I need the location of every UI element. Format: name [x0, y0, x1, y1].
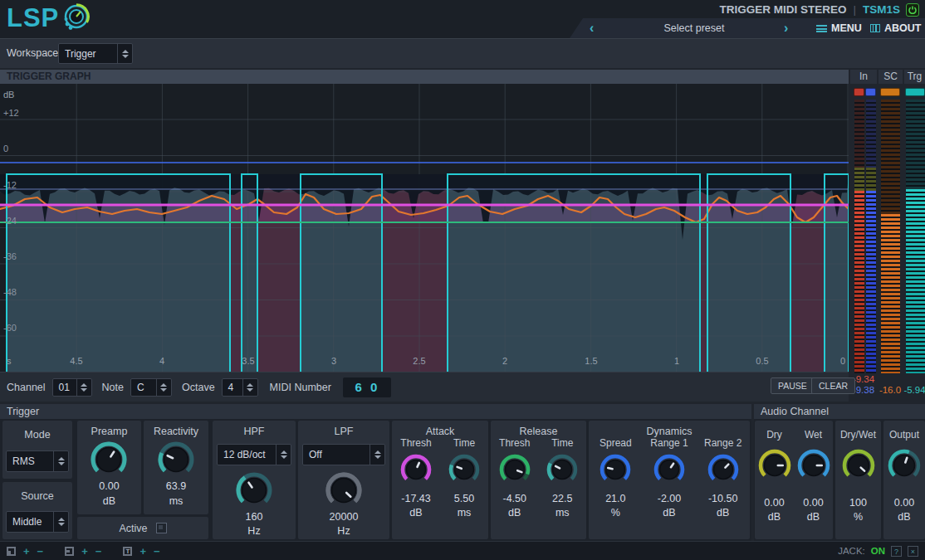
preset-prev-button[interactable]: ‹ — [590, 18, 594, 38]
menu-button[interactable]: MENU — [816, 18, 862, 38]
midi-row: Channel 01 Note C Octave 4 MIDI Number 6… — [0, 372, 849, 402]
svg-text:+12: +12 — [3, 108, 19, 118]
reactivity-label: Reactivity — [144, 426, 208, 437]
release-time-unit: ms — [539, 506, 587, 520]
channel-value: 01 — [53, 382, 76, 393]
note-select[interactable]: C — [130, 378, 172, 397]
preamp-cell: Preamp 0.00 dB — [77, 421, 141, 514]
drywet-cell: Dry/Wet 100 % — [835, 421, 881, 539]
panel-zoom-out-button[interactable]: − — [95, 545, 102, 558]
note-value: C — [131, 382, 156, 393]
power-button[interactable] — [906, 3, 919, 17]
octave-select[interactable]: 4 — [222, 378, 258, 397]
spinner-icon[interactable] — [117, 44, 132, 63]
release-cell: Release Thresh -4.50 dB Time 22.5 ms — [491, 421, 586, 539]
panel-zoom-in-button[interactable]: + — [81, 545, 88, 558]
svg-text:1.5: 1.5 — [585, 356, 597, 366]
workspace-row: Workspace Trigger — [0, 38, 925, 68]
note-label: Note — [102, 382, 124, 393]
plugin-id: TSM1S — [863, 3, 900, 16]
workspace-select[interactable]: Trigger — [58, 43, 133, 64]
lpf-freq-value: 20000 — [298, 510, 389, 524]
active-checkbox[interactable] — [156, 523, 167, 533]
drywet-knob[interactable] — [835, 449, 881, 485]
mode-label: Mode — [2, 429, 72, 441]
help-button[interactable]: ? — [891, 546, 902, 557]
dry-label: Dry — [755, 429, 794, 441]
power-icon — [908, 6, 917, 14]
preset-bar: ‹ Select preset › MENU ABOUT — [570, 18, 925, 38]
lpf-cell: LPF Off 20000 Hz — [298, 421, 389, 539]
menu-label: MENU — [831, 22, 862, 34]
svg-text:4.5: 4.5 — [70, 356, 82, 366]
output-unit: dB — [883, 510, 925, 524]
channel-select[interactable]: 01 — [52, 378, 92, 397]
mode-select[interactable]: RMS — [6, 450, 69, 472]
reactivity-cell: Reactivity 63.9 ms — [144, 421, 208, 514]
resize-button[interactable]: × — [908, 546, 918, 557]
dry-wet-cell: Dry 0.00 dB Wet 0.00 dB — [755, 421, 833, 539]
top-bar: LSP TRIGGER MIDI STEREO | TSM1S — [0, 0, 925, 38]
meter-in-left-button[interactable] — [854, 88, 864, 96]
lpf-label: LPF — [298, 426, 389, 437]
hpf-mode-select[interactable]: 12 dB/oct — [217, 444, 291, 465]
hpf-freq-unit: Hz — [213, 524, 296, 538]
font-smaller-button[interactable]: − — [154, 545, 160, 558]
clear-button[interactable]: CLEAR — [811, 377, 855, 394]
mode-value: RMS — [7, 455, 53, 467]
spinner-icon[interactable] — [53, 451, 68, 471]
zoom-in-button[interactable]: + — [23, 545, 30, 558]
spinner-icon[interactable] — [53, 512, 68, 532]
spinner-icon[interactable] — [370, 445, 384, 465]
brand-text: LSP — [7, 2, 59, 35]
output-knob[interactable] — [883, 449, 925, 485]
font-larger-button[interactable]: + — [139, 545, 146, 558]
range2-knob[interactable] — [696, 454, 750, 488]
preamp-knob[interactable] — [91, 441, 127, 480]
spinner-icon[interactable] — [156, 379, 171, 396]
output-cell: Output 0.00 dB — [883, 421, 925, 539]
source-select[interactable]: Middle — [6, 511, 69, 533]
attack-thresh-knob[interactable] — [392, 454, 440, 488]
release-thresh-value: -4.50 — [491, 492, 539, 506]
preset-selector[interactable]: Select preset — [619, 18, 769, 38]
meter-sc-button[interactable] — [880, 88, 900, 96]
reactivity-knob[interactable] — [158, 441, 194, 480]
spread-knob[interactable] — [589, 454, 643, 488]
lpf-freq-knob[interactable] — [325, 472, 362, 511]
reactivity-value: 63.9 — [144, 480, 208, 494]
release-time-knob[interactable] — [539, 454, 587, 488]
release-thresh-knob[interactable] — [491, 454, 539, 488]
attack-time-knob[interactable] — [440, 454, 488, 488]
source-label: Source — [2, 490, 72, 502]
about-button[interactable]: ABOUT — [870, 18, 921, 38]
release-thresh-label: Thresh — [491, 437, 539, 449]
meter-trg-label: Trg — [904, 70, 925, 84]
svg-text:s: s — [7, 356, 12, 366]
meter-in-right-button[interactable] — [865, 88, 876, 96]
meter-trg-button[interactable] — [905, 88, 925, 96]
wet-knob[interactable] — [794, 449, 833, 485]
meter-sc-value: -16.0 — [877, 385, 903, 395]
attack-time-label: Time — [440, 437, 488, 449]
spinner-icon[interactable] — [242, 379, 257, 396]
mode-cell: Mode RMS — [2, 421, 72, 479]
spinner-icon[interactable] — [76, 379, 91, 396]
lpf-mode-value: Off — [303, 449, 370, 460]
spread-label: Spread — [589, 437, 643, 449]
range1-knob[interactable] — [643, 454, 697, 488]
svg-text:0: 0 — [3, 144, 8, 153]
hpf-freq-knob[interactable] — [236, 472, 272, 511]
zoom-out-button[interactable]: − — [37, 545, 44, 558]
svg-text:2: 2 — [502, 356, 507, 366]
hpf-label: HPF — [213, 426, 296, 437]
preset-next-button[interactable]: › — [784, 18, 788, 38]
attack-thresh-label: Thresh — [392, 437, 440, 449]
dry-knob[interactable] — [755, 449, 794, 485]
lpf-mode-select[interactable]: Off — [302, 444, 385, 465]
meter-trg-bar — [906, 100, 925, 373]
spinner-icon[interactable] — [276, 445, 291, 465]
about-icon — [870, 24, 880, 32]
pause-button[interactable]: PAUSE — [771, 377, 815, 394]
output-label: Output — [883, 429, 925, 441]
